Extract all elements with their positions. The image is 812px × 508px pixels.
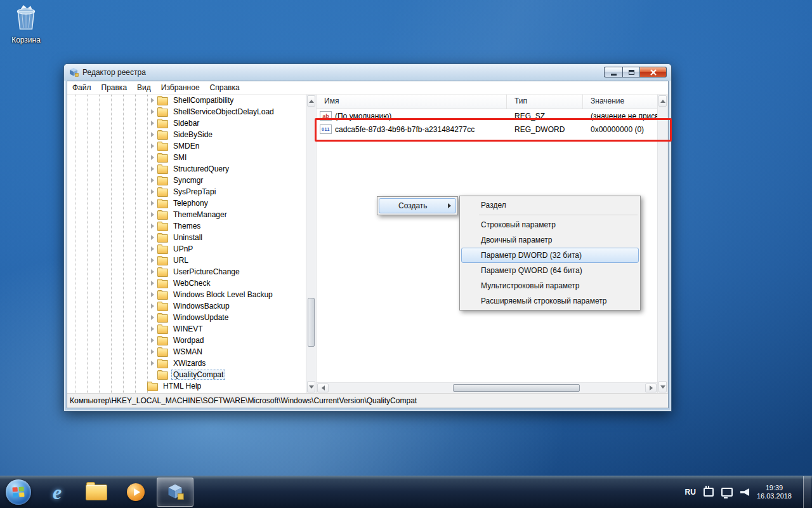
menu-item[interactable]: Двоичный параметр <box>461 232 639 248</box>
network-icon[interactable] <box>721 488 733 497</box>
tree-item[interactable]: WindowsBackup <box>67 300 306 312</box>
scroll-up-button[interactable] <box>658 95 667 107</box>
maximize-button[interactable] <box>622 67 640 77</box>
taskbar-app-registry-editor[interactable] <box>157 478 193 507</box>
tree-item[interactable]: SideBySide <box>67 129 306 140</box>
minimize-button[interactable] <box>604 67 622 77</box>
tree-item[interactable]: HTML Help <box>67 380 306 392</box>
hscrollbar-thumb[interactable] <box>453 384 580 392</box>
tree-item[interactable]: SMI <box>67 152 306 163</box>
tree-item[interactable]: Wordpad <box>67 335 306 346</box>
expand-arrow-icon[interactable] <box>151 189 154 194</box>
expand-arrow-icon[interactable] <box>151 224 154 229</box>
expand-arrow-icon[interactable] <box>151 326 154 331</box>
tree-pane: ShellCompatibilityShellServiceObjectDela… <box>67 95 306 393</box>
tree-scrollbar-thumb[interactable] <box>308 298 315 347</box>
tree-item[interactable]: ThemeManager <box>67 209 306 220</box>
registry-value-row[interactable]: (По умолчанию)REG_SZ(значение не присвое… <box>317 109 657 123</box>
tree-item[interactable]: Windows Block Level Backup <box>67 289 306 300</box>
recycle-bin[interactable]: Корзина <box>5 4 47 44</box>
expand-arrow-icon[interactable] <box>151 121 154 126</box>
start-button[interactable] <box>6 479 31 505</box>
expand-arrow-icon[interactable] <box>151 212 154 217</box>
scroll-down-button[interactable] <box>658 381 667 392</box>
menu-item[interactable]: Расширяемый строковый параметр <box>461 293 639 309</box>
expand-arrow-icon[interactable] <box>151 201 154 206</box>
menu-item[interactable]: Параметр DWORD (32 бита) <box>461 248 639 263</box>
menu-item[interactable]: Мультистроковый параметр <box>461 278 639 293</box>
expand-arrow-icon[interactable] <box>151 269 154 274</box>
menubar-item[interactable]: Файл <box>67 82 96 93</box>
expand-arrow-icon[interactable] <box>151 144 154 149</box>
tree-item[interactable]: WindowsUpdate <box>67 312 306 323</box>
menu-item[interactable]: Параметр QWORD (64 бита) <box>461 263 639 278</box>
tree-item[interactable]: WINEVT <box>67 323 306 335</box>
column-header[interactable]: Тип <box>507 95 583 109</box>
tree-item[interactable]: URL <box>67 255 306 266</box>
expand-arrow-icon[interactable] <box>151 304 154 309</box>
expand-arrow-icon[interactable] <box>151 166 154 171</box>
column-header[interactable]: Значение <box>583 95 657 109</box>
taskbar-app-windows-explorer[interactable] <box>78 478 115 507</box>
tree-item[interactable]: Sidebar <box>67 117 306 129</box>
expand-arrow-icon[interactable] <box>151 315 154 320</box>
expand-arrow-icon[interactable] <box>151 109 154 114</box>
tree-item[interactable]: ShellCompatibility <box>67 95 306 106</box>
expand-arrow-icon[interactable] <box>151 349 154 354</box>
twisty-spacer <box>141 384 144 389</box>
usb-device-icon[interactable] <box>704 488 714 497</box>
tree-item[interactable]: SysPrepTapi <box>67 186 306 197</box>
volume-icon[interactable] <box>740 488 749 496</box>
menu-item-create[interactable]: Создать <box>379 198 456 213</box>
scroll-up-button[interactable] <box>307 95 315 107</box>
titlebar[interactable]: Редактор реестра <box>64 64 671 81</box>
expand-arrow-icon[interactable] <box>151 258 154 263</box>
list-hscrollbar[interactable] <box>317 382 657 393</box>
expand-arrow-icon[interactable] <box>151 292 154 297</box>
tree-item[interactable]: QualityCompat <box>67 369 306 380</box>
menubar-item[interactable]: Справка <box>205 82 245 93</box>
tree-scrollbar[interactable] <box>306 95 317 393</box>
show-desktop-button[interactable] <box>803 476 811 508</box>
expand-arrow-icon[interactable] <box>151 281 154 286</box>
menu-bar: ФайлПравкаВидИзбранноеСправка <box>67 81 668 95</box>
scroll-down-button[interactable] <box>307 381 315 392</box>
expand-arrow-icon[interactable] <box>151 361 154 366</box>
expand-arrow-icon[interactable] <box>151 98 154 103</box>
expand-arrow-icon[interactable] <box>151 178 154 183</box>
taskbar-app-internet-explorer[interactable] <box>39 478 75 507</box>
scroll-left-button[interactable] <box>317 384 329 392</box>
tree-item[interactable]: Syncmgr <box>67 175 306 186</box>
expand-arrow-icon[interactable] <box>151 132 154 137</box>
tree-item[interactable]: SMDEn <box>67 140 306 152</box>
expand-arrow-icon[interactable] <box>151 155 154 160</box>
close-button[interactable] <box>640 67 667 77</box>
tree-item[interactable]: UserPictureChange <box>67 266 306 277</box>
tree-item[interactable]: Telephony <box>67 197 306 209</box>
folder-icon <box>157 177 168 185</box>
tree-item[interactable]: Themes <box>67 220 306 232</box>
list-scrollbar[interactable] <box>657 95 668 393</box>
menubar-item[interactable]: Избранное <box>156 82 205 93</box>
clock[interactable]: 19:39 16.03.2018 <box>757 484 796 500</box>
menu-item[interactable]: Раздел <box>461 197 639 213</box>
tree-item[interactable]: WebCheck <box>67 277 306 289</box>
language-indicator[interactable]: RU <box>685 488 696 497</box>
folder-icon <box>157 131 168 140</box>
tree-item[interactable]: UPnP <box>67 243 306 255</box>
tree-item[interactable]: XWizards <box>67 358 306 369</box>
expand-arrow-icon[interactable] <box>151 338 154 343</box>
expand-arrow-icon[interactable] <box>151 246 154 251</box>
menu-item[interactable]: Строковый параметр <box>461 217 639 232</box>
menubar-item[interactable]: Вид <box>132 82 156 93</box>
tree-item[interactable]: ShellServiceObjectDelayLoad <box>67 106 306 117</box>
registry-value-row[interactable]: cadca5fe-87d3-4b96-b7fb-a231484277ccREG_… <box>317 123 657 136</box>
menubar-item[interactable]: Правка <box>96 82 133 93</box>
taskbar-app-media-player[interactable] <box>117 478 154 507</box>
tree-item[interactable]: Uninstall <box>67 232 306 243</box>
tree-item[interactable]: StructuredQuery <box>67 163 306 175</box>
scroll-right-button[interactable] <box>645 384 657 392</box>
expand-arrow-icon[interactable] <box>151 235 154 240</box>
column-header[interactable]: Имя <box>317 95 507 109</box>
tree-item[interactable]: WSMAN <box>67 346 306 358</box>
